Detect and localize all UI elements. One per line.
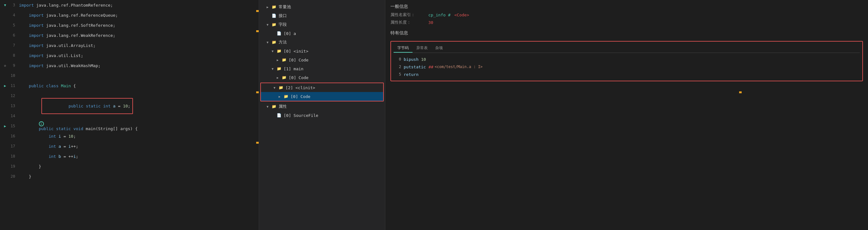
line-number: 16	[7, 134, 19, 138]
attr-len-value: 30	[428, 20, 433, 25]
tree-item-label: [1] main	[284, 67, 304, 71]
tree-item-init-code[interactable]: ▶ 📁 [0] Code	[259, 55, 385, 64]
code-line-18: 18 int b = ++i;	[0, 151, 259, 161]
attr-index-value: cp_info # <Code>	[428, 12, 469, 17]
line-number: 19	[7, 164, 19, 168]
code-line-4: 4 import java.lang.ref.ReferenceQueue;	[0, 10, 259, 20]
special-info-title: 特有信息	[391, 30, 863, 36]
line-content: i public static void main(String[] args)…	[19, 116, 259, 136]
bc-offset-2: 2	[394, 65, 401, 69]
class-tree-panel: ▶ 📁 常量池 📄 接口 ▼ 📁 字段 📄 [0] a ▼ 📁 方法 ▼ 📁 […	[259, 0, 385, 230]
bytecode-line-2: 2 putstatic ## <com/test/Main.a : I>	[394, 63, 860, 71]
tree-item-attributes[interactable]: ▼ 📁 属性	[259, 102, 385, 111]
line-number: 5	[7, 23, 19, 28]
code-line-9: ⊘ 9 import java.util.WeakHashMap;	[0, 61, 259, 71]
line-number: 20	[7, 174, 19, 179]
file-icon: 📄	[277, 113, 282, 117]
special-info-section: 特有信息 字节码 异常表 杂项 0 bipush 10 2 putstatic …	[391, 30, 863, 81]
code-line-3: ▼ 3 import java.lang.ref.PhantomReferenc…	[0, 0, 259, 10]
folder-icon: 📁	[272, 40, 277, 44]
fold-indicator[interactable]: ▼	[2, 3, 7, 7]
code-line-10: 10	[0, 71, 259, 81]
code-line-15: ▶ 15 i public static void main(String[] …	[0, 121, 259, 131]
file-icon: 📄	[272, 13, 277, 18]
tree-item-methods[interactable]: ▼ 📁 方法	[259, 38, 385, 47]
line-number: 15	[7, 124, 19, 128]
line-number: 10	[7, 73, 19, 78]
attr-index-code: <Code>	[454, 12, 469, 17]
tree-arrow: ▼	[267, 105, 272, 108]
line-number: 14	[7, 114, 19, 118]
tree-arrow: ▼	[274, 86, 279, 89]
line-number: 8	[7, 53, 19, 58]
line-content: import java.lang.ref.PhantomReference;	[19, 3, 259, 7]
tree-item-init[interactable]: ▼ 📁 [0] <init>	[259, 47, 385, 55]
folder-icon: 📁	[272, 5, 277, 9]
line-content: import java.lang.ref.SoftReference;	[19, 23, 259, 28]
tree-item-label: 常量池	[279, 4, 291, 10]
tree-item-interface[interactable]: 📄 接口	[259, 11, 385, 20]
code-line-20: 20 }	[0, 171, 259, 182]
tree-arrow: ▶	[267, 5, 272, 9]
line-number: 13	[7, 104, 19, 108]
tree-item-sourcefile[interactable]: 📄 [0] SourceFile	[259, 111, 385, 120]
tree-item-constants[interactable]: ▶ 📁 常量池	[259, 2, 385, 11]
line-number: 11	[7, 83, 19, 88]
tree-item-label: [0] Code	[290, 94, 310, 99]
line-number: 17	[7, 144, 19, 148]
code-editor: ▼ 3 import java.lang.ref.PhantomReferenc…	[0, 0, 259, 230]
tree-item-label: 字段	[279, 22, 287, 28]
tree-item-label: 接口	[279, 13, 287, 18]
tree-item-label: [0] a	[284, 31, 296, 36]
tree-arrow: ▼	[267, 41, 272, 44]
tree-item-main[interactable]: ▼ 📁 [1] main	[259, 64, 385, 73]
tree-arrow: ▶	[279, 95, 284, 98]
bc-ref-desc: <com/test/Main.a : I>	[435, 65, 483, 69]
bc-arg-ref: ##	[428, 65, 433, 69]
code-line-5: 5 import java.lang.ref.SoftReference;	[0, 20, 259, 30]
line-content: public class Main {	[19, 83, 259, 88]
folder-icon: 📁	[282, 58, 287, 62]
tree-arrow: ▶	[277, 58, 282, 62]
bytecode-line-0: 0 bipush 10	[394, 55, 860, 63]
attr-index-row: 属性名索引： cp_info # <Code>	[391, 12, 863, 17]
tab-exception-table[interactable]: 异常表	[412, 44, 432, 52]
attr-len-label: 属性长度：	[391, 20, 428, 25]
tree-item-field-0[interactable]: 📄 [0] a	[259, 29, 385, 38]
line-content: public static int a = 10;	[19, 93, 259, 119]
bc-instr-putstatic: putstatic	[404, 65, 426, 69]
bc-instr-return: return	[404, 72, 418, 77]
bc-instr-bipush: bipush	[404, 57, 418, 62]
code-line-11: ▶ 11 public class Main {	[0, 81, 259, 91]
tab-bytecode[interactable]: 字节码	[394, 44, 412, 52]
detail-panel: 一般信息 属性名索引： cp_info # <Code> 属性长度： 30 特有…	[385, 0, 868, 230]
tree-item-clinit[interactable]: ▼ 📁 [2] <clinit>	[261, 83, 383, 92]
code-line-8: 8 import java.util.List;	[0, 50, 259, 61]
folder-icon: 📁	[277, 49, 282, 53]
folder-icon: 📁	[272, 23, 277, 27]
attr-index-cp: cp_info #	[428, 12, 451, 17]
bytecode-line-5: 5 return	[394, 71, 860, 78]
line-content: int a = i++;	[19, 144, 259, 149]
line-content: }	[19, 164, 259, 169]
line-number: 3	[7, 3, 19, 7]
line-number: 6	[7, 33, 19, 38]
line-content: }	[19, 174, 259, 179]
code-line-19: 19 }	[0, 161, 259, 171]
tree-arrow: ▼	[272, 49, 277, 53]
tree-item-label: [0] Code	[289, 75, 309, 80]
line-number: 9	[7, 63, 19, 68]
line-content: import java.lang.ref.WeakReference;	[19, 33, 259, 38]
line-number: 4	[7, 13, 19, 17]
code-line-17: 17 int a = i++;	[0, 141, 259, 151]
code-line-6: 6 import java.lang.ref.WeakReference;	[0, 30, 259, 40]
folder-icon: 📁	[282, 75, 287, 80]
tree-arrow: ▼	[272, 67, 277, 71]
tree-item-clinit-code[interactable]: ▶ 📁 [0] Code	[261, 92, 383, 101]
line-number: 12	[7, 93, 19, 98]
code-line-13: 13 public static int a = 10;	[0, 101, 259, 111]
tree-item-main-code[interactable]: ▶ 📁 [0] Code	[259, 73, 385, 82]
tab-misc[interactable]: 杂项	[432, 44, 446, 52]
line-content: import java.util.WeakHashMap;	[19, 63, 259, 68]
tree-item-fields[interactable]: ▼ 📁 字段	[259, 20, 385, 29]
